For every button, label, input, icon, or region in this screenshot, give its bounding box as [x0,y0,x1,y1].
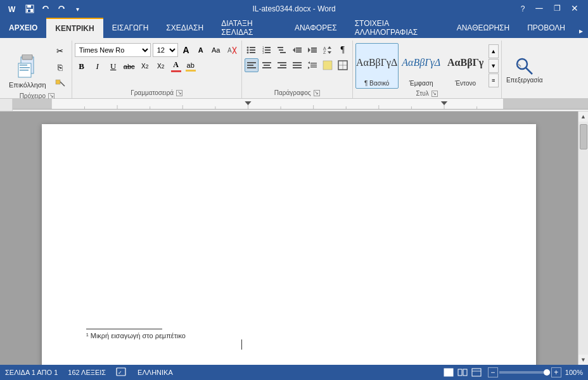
style-emphasis[interactable]: ΑαΒβΓγΔ Έμφαση [400,43,443,89]
restore-button[interactable]: ❐ [549,2,565,15]
scroll-track[interactable] [578,122,588,355]
scroll-up-button[interactable]: ▲ [578,111,589,122]
zoom-thumb[interactable] [544,369,550,376]
help-button[interactable]: ? [516,2,530,16]
read-mode-button[interactable] [456,367,469,378]
styles-expander[interactable]: ↘ [431,91,438,97]
italic-button[interactable]: I [91,60,105,73]
close-button[interactable]: ✕ [566,2,583,15]
title-bar: W [0,0,588,18]
page-area[interactable]: ¹ Μικρή εισαγωγή στο ρεμπέτικο [0,111,578,365]
zoom-track[interactable] [499,371,550,374]
print-layout-button[interactable] [442,367,455,378]
content-area: ¹ Μικρή εισαγωγή στο ρεμπέτικο ▲ ▼ [0,99,588,365]
svg-text:✓: ✓ [118,370,122,376]
highlight-color-button[interactable]: ab [184,60,197,73]
styles-scroll-down-button[interactable]: ▼ [489,59,499,73]
tab-review[interactable]: ΑΝΑΘΕΩΡΗΣΗ [448,18,518,38]
web-layout-button[interactable] [470,367,483,378]
borders-button[interactable] [336,58,350,72]
shading-button[interactable] [321,58,335,72]
ribbon-tabs: ΑΡΧΕΙΟ ΚΕΝΤΡΙΚΗ ΕΙΣΑΓΩΓΗ ΣΧΕΔΙΑΣΗ ΔΙΑΤΑΞ… [0,18,588,38]
zoom-in-button[interactable]: + [551,367,561,377]
proofing-icon[interactable]: ✓ [116,367,127,377]
svg-rect-72 [13,99,52,109]
text-color-button[interactable]: A [170,59,182,73]
styles-gallery: ΑαΒβΓγΔ ¶ Βασικό ΑαΒβΓγΔ Έμφαση ΑαΒβΓγ Έ… [355,43,487,89]
increase-indent-button[interactable] [305,43,319,57]
bullets-button[interactable] [245,43,259,57]
clear-formatting-button[interactable]: A [225,43,239,57]
align-center-button[interactable] [260,58,274,72]
copy-button[interactable]: ⎘ [51,60,69,75]
styles-scroll-up-button[interactable]: ▲ [489,44,499,58]
font-name-select[interactable]: Times New Ro [75,43,151,57]
format-painter-button[interactable] [51,76,69,91]
svg-rect-93 [463,369,467,376]
svg-rect-14 [56,80,60,84]
zoom-out-button[interactable]: − [488,367,498,377]
shrink-font-button[interactable]: A [195,43,207,57]
change-case-button[interactable]: Aa [209,43,223,57]
word-count-text: 162 ΛΕΞΕΙΣ [68,369,106,376]
tab-home[interactable]: ΚΕΝΤΡΙΚΗ [46,18,103,38]
svg-rect-24 [250,52,255,53]
paragraph-expander[interactable]: ↘ [314,90,320,96]
style-strong[interactable]: ΑαΒβΓγ Έντονο [444,43,487,89]
tab-references[interactable]: ΑΝΑΦΟΡΕΣ [286,18,346,38]
vertical-scrollbar[interactable]: ▲ ▼ [578,111,588,365]
svg-text:3: 3 [262,51,264,54]
svg-rect-47 [247,65,253,66]
line-spacing-button[interactable] [305,58,319,72]
bold-button[interactable]: B [75,60,89,73]
svg-rect-9 [22,54,32,60]
tab-view[interactable]: ΠΡΟΒΟΛΗ [518,18,574,38]
grow-font-button[interactable]: A [180,43,193,57]
justify-button[interactable] [290,58,304,72]
customize-quick-access-button[interactable]: ▾ [70,2,84,16]
scroll-down-button[interactable]: ▼ [578,355,589,365]
style-basic[interactable]: ΑαΒβΓγΔ ¶ Βασικό [355,43,399,89]
sort-button[interactable]: A Z [321,43,335,57]
multilevel-list-button[interactable] [275,43,289,57]
scroll-thumb[interactable] [580,124,587,149]
style-emphasis-preview: ΑαΒβΓγΔ [402,45,441,80]
redo-button[interactable] [54,2,68,16]
main-area: ¹ Μικρή εισαγωγή στο ρεμπέτικο ▲ ▼ [0,99,588,365]
footnote-text: ¹ Μικρή εισαγωγή στο ρεμπέτικο [86,332,492,339]
superscript-button[interactable]: X2 [154,60,168,73]
tab-file[interactable]: ΑΡΧΕΙΟ [0,18,46,38]
tab-layout[interactable]: ΔΙΑΤΑΞΗ ΣΕΛΙΔΑΣ [212,18,286,38]
align-left-button[interactable] [245,58,259,72]
font-size-select[interactable]: 12 [153,43,178,57]
svg-rect-90 [444,369,453,376]
clipboard-expander[interactable]: ↘ [48,93,54,99]
minimize-button[interactable]: ─ [531,2,547,15]
tab-insert[interactable]: ΕΙΣΑΓΩΓΗ [103,18,158,38]
cut-button[interactable]: ✂ [51,43,69,58]
font-expander[interactable]: ↘ [176,90,182,96]
numbered-list-button[interactable]: 1 2 3 [260,43,274,57]
styles-expand-button[interactable]: ≡ [489,73,499,87]
decrease-indent-button[interactable] [290,43,304,57]
paragraph-group-content: 1 2 3 [245,41,350,88]
more-tabs-button[interactable]: ▸ [574,24,588,38]
document-page[interactable]: ¹ Μικρή εισαγωγή στο ρεμπέτικο [42,124,536,365]
ribbon-toolbar: Επικόλληση ✂ ⎘ Πρόχειρο ↘ Tim [0,38,588,99]
styles-group-label: Στυλ ↘ [355,89,499,99]
tab-design[interactable]: ΣΧΕΔΙΑΣΗ [157,18,212,38]
paste-button[interactable]: Επικόλληση [5,43,50,91]
tab-mailings[interactable]: ΣΤΟΙΧΕΙΑ ΑΛΛΗΛΟΓΡΑΦΙΑΣ [346,18,448,38]
title-bar-left: W [5,2,84,16]
find-replace-button[interactable]: Επεξεργασία [504,46,545,86]
svg-rect-40 [311,49,317,51]
strikethrough-button[interactable]: abc [122,60,136,73]
align-right-button[interactable] [275,58,289,72]
save-button[interactable] [23,2,37,16]
svg-marker-58 [308,61,310,64]
underline-button[interactable]: U [106,60,120,73]
subscript-button[interactable]: X2 [138,60,152,73]
svg-rect-51 [262,67,271,68]
undo-button[interactable] [39,2,53,16]
show-formatting-button[interactable]: ¶ [336,43,350,57]
